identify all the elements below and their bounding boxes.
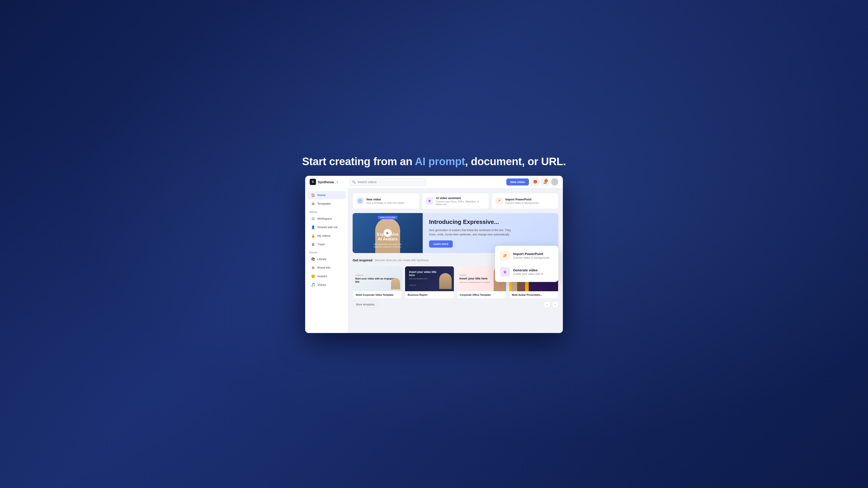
ai-assistant-card-title: AI video assistant [436, 196, 485, 200]
main-layout: 🏠 Home ⊞ Templates Videos ⊡ Workspace 👤 … [305, 188, 563, 333]
new-video-card-subtitle: Pick a template or start from blank [366, 201, 404, 204]
section-title: Get inspired [352, 258, 373, 262]
search-icon: 🔍 [352, 180, 355, 184]
template-overlay-3: Insert your title here [459, 277, 490, 281]
top-bar-right: New video 🎁 🔔 2 [506, 178, 558, 186]
import-ppt-card-subtitle: Convert slides to backgrounds [505, 201, 539, 204]
notification-badge: 2 [545, 179, 548, 182]
quick-card-ai-assistant[interactable]: AI video assistant Convert your Docs, PD… [422, 193, 489, 209]
gallery-prev-button[interactable]: ‹ [544, 301, 550, 308]
template-card-business-report[interactable]: Insert your video title here Add sub-hea… [405, 266, 454, 299]
top-bar: S Synthesia ▾ 🔍 New video 🎁 🔔 2 [305, 176, 563, 188]
new-video-button[interactable]: New video [506, 178, 529, 186]
dropdown-item-import-powerpoint[interactable]: Import PowerPoint Convert slides to back… [497, 248, 557, 264]
trash-icon: 🗑 [311, 242, 315, 246]
shared-icon: 👤 [311, 225, 315, 229]
brand-chevron-icon: ▾ [337, 180, 338, 184]
sidebar-avatars-label: Avatars [317, 274, 327, 278]
sidebar-item-my-videos[interactable]: 🔒 My videos [307, 232, 346, 240]
new-video-card-icon [356, 197, 364, 204]
template-logo-1: Inqolpsum [355, 274, 400, 276]
search-input[interactable] [349, 178, 426, 186]
user-avatar[interactable] [551, 178, 558, 186]
sidebar-item-library[interactable]: 📚 Library [307, 255, 346, 263]
banner-main-title: Introducing Expressive... [429, 219, 552, 225]
home-icon: 🏠 [311, 193, 315, 197]
template-info-1: Sleek Corporate Video Template [353, 291, 402, 298]
banner-desc: New generation of avatars thatfollow the… [355, 243, 420, 249]
app-window: S Synthesia ▾ 🔍 New video 🎁 🔔 2 🏠 Home [305, 176, 563, 333]
template-info-3: Corporate Office Template [457, 291, 506, 298]
dropdown-import-subtitle: Convert slides to backgrounds [513, 256, 550, 259]
gallery-footer: More templates ‹ › [352, 301, 558, 308]
hero-title: Start creating from an AI prompt, docume… [302, 155, 566, 168]
sidebar-library-label: Library [317, 257, 327, 261]
import-powerpoint-dropdown-icon [500, 251, 510, 261]
avatars-icon: 😊 [311, 274, 315, 278]
library-icon: 📚 [311, 257, 315, 261]
sidebar-item-avatars[interactable]: 😊 Avatars [307, 272, 346, 281]
template-thumb-1: Inqolpsum Start your video with an engag… [353, 266, 402, 291]
template-thumb-2: Insert your video title here Add sub-hea… [405, 266, 454, 291]
workspace-icon: ⊡ [311, 217, 315, 221]
import-ppt-card-icon [495, 197, 503, 204]
banner-main-desc: New generation of avatars that follow th… [429, 228, 515, 237]
notifications-button[interactable]: 🔔 2 [541, 178, 549, 186]
sidebar-workspace-label: Workspace [317, 217, 332, 220]
quick-actions: New video Pick a template or start from … [352, 193, 558, 209]
sidebar-home-label: Home [317, 193, 326, 197]
sidebar-voices-label: Voices [317, 283, 326, 287]
dropdown-popup: Import PowerPoint Convert slides to back… [495, 246, 558, 282]
more-templates-button[interactable]: More templates [352, 301, 378, 308]
my-videos-icon: 🔒 [311, 234, 315, 238]
section-subtitle: Discover what you can create with Synthe… [375, 259, 429, 262]
ai-assistant-card-subtitle: Convert your Docs, PDFs, Websites, or id… [436, 200, 485, 205]
brand-kits-icon: ⊞ [311, 266, 315, 270]
new-feature-label: NEW FEATURE [378, 216, 398, 219]
sidebar-item-brand-kits[interactable]: ⊞ Brand kits [307, 264, 346, 272]
template-info-2: Business Report [405, 291, 454, 298]
gift-button[interactable]: 🎁 [531, 178, 539, 186]
sidebar-brand-kits-label: Brand kits [317, 266, 331, 269]
sidebar-item-templates[interactable]: ⊞ Templates [307, 200, 346, 208]
quick-card-import-ppt[interactable]: Import PowerPoint Convert slides to back… [492, 193, 558, 209]
sidebar: 🏠 Home ⊞ Templates Videos ⊡ Workspace 👤 … [305, 188, 348, 333]
sidebar-item-workspace[interactable]: ⊡ Workspace [307, 215, 346, 223]
banner-media-bg: ▶ NEW FEATURE ExpressiveAI Avatars New g… [352, 213, 423, 253]
sidebar-assets-section: Assets [305, 249, 348, 255]
template-overlay-2b: Add sub-headline here. [409, 278, 438, 280]
quick-card-new-video[interactable]: New video Pick a template or start from … [352, 193, 419, 209]
generate-video-dropdown-icon [500, 267, 510, 277]
dropdown-import-title: Import PowerPoint [513, 252, 550, 256]
sidebar-item-voices[interactable]: 🎵 Voices [307, 281, 346, 289]
ai-assistant-card-icon [426, 197, 433, 204]
template-name-4: Multi Avatar Presentatio... [512, 293, 556, 296]
template-name-3: Corporate Office Template [460, 293, 503, 296]
brand-logo-icon: S [310, 179, 316, 185]
sidebar-trash-label: Trash [317, 242, 325, 246]
voices-icon: 🎵 [311, 283, 315, 287]
learn-more-button[interactable]: Learn more [429, 240, 453, 248]
dropdown-generate-subtitle: Create your video with AI [513, 272, 543, 275]
sidebar-shared-label: Shared with me [317, 225, 338, 229]
import-ppt-card-title: Import PowerPoint [505, 198, 539, 201]
template-card-sleek-corporate[interactable]: Inqolpsum Start your video with an engag… [352, 266, 402, 299]
dropdown-generate-title: Generate video [513, 268, 543, 272]
brand-logo-area[interactable]: S Synthesia ▾ [310, 179, 346, 185]
search-bar: 🔍 [349, 178, 426, 186]
sidebar-item-home[interactable]: 🏠 Home [307, 191, 346, 199]
banner-title: ExpressiveAI Avatars [355, 232, 420, 242]
brand-name: Synthesia [318, 180, 334, 184]
template-overlay-2a: Insert your video title here [409, 270, 438, 277]
templates-icon: ⊞ [311, 202, 315, 206]
sidebar-my-videos-label: My videos [317, 234, 331, 237]
sidebar-videos-section: Videos [305, 208, 348, 214]
banner-media: ▶ NEW FEATURE ExpressiveAI Avatars New g… [352, 213, 423, 253]
sidebar-item-trash[interactable]: 🗑 Trash [307, 240, 346, 248]
template-name-2: Business Report [408, 293, 452, 296]
template-info-4: Multi Avatar Presentatio... [509, 291, 558, 298]
gallery-next-button[interactable]: › [552, 301, 558, 308]
dropdown-item-generate-video[interactable]: Generate video Create your video with AI [497, 264, 557, 280]
new-video-card-title: New video [366, 198, 404, 201]
sidebar-item-shared[interactable]: 👤 Shared with me [307, 223, 346, 231]
